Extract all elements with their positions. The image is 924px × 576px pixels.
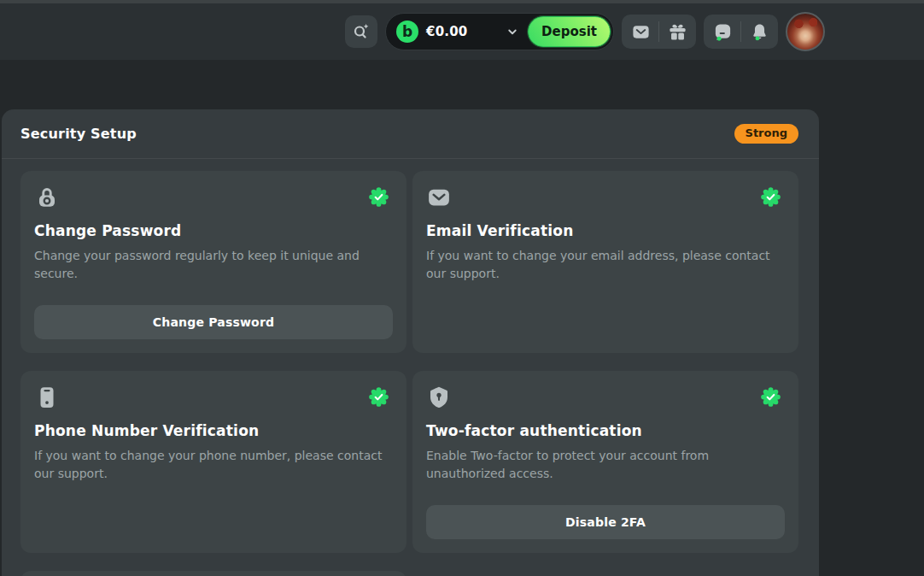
search-button[interactable] [345,15,377,48]
verified-check-icon [761,187,781,207]
group-divider [658,21,659,42]
card-title: Change Password [34,222,393,239]
group-divider [740,21,741,42]
card-two-factor: Two-factor authentication Enable Two-fac… [412,371,798,553]
shield-icon [426,385,452,410]
mail-icon[interactable] [630,21,651,42]
bell-icon[interactable] [749,21,769,42]
card-phone-verification: Phone Number Verification If you want to… [20,371,406,553]
disable-2fa-button[interactable]: Disable 2FA [426,505,785,539]
page-title: Security Setup [20,126,137,142]
search-icon [351,21,371,42]
card-description: If you want to change your email address… [426,247,785,283]
card-title: Two-factor authentication [426,422,785,439]
verified-check-icon [369,387,389,407]
lock-icon [34,185,60,210]
verified-check-icon [761,387,781,407]
chevron-down-icon[interactable] [505,24,520,39]
chat-icon[interactable] [712,21,733,42]
phone-icon [34,385,60,410]
card-description: If you want to change your phone number,… [34,447,393,483]
security-setup-panel: Security Setup Strong [2,109,819,576]
card-title: Email Verification [426,222,785,239]
wallet-balance-pill[interactable]: b €0.00 Deposit [385,13,614,50]
envelope-icon [426,185,452,210]
mail-gift-group [622,15,696,49]
card-change-password: Change Password Change your password reg… [20,171,406,353]
security-strength-badge: Strong [734,124,798,144]
card-description: Enable Two-factor to protect your accoun… [426,447,785,483]
card-email-verification: Email Verification If you want to change… [412,171,798,353]
verified-check-icon [369,187,389,207]
security-cards-grid: Change Password Change your password reg… [2,159,819,576]
deposit-button[interactable]: Deposit [528,16,611,47]
balance-amount: €0.00 [426,24,467,39]
card-description: Change your password regularly to keep i… [34,247,393,283]
panel-header: Security Setup Strong [2,109,819,159]
chat-bell-group [704,15,778,49]
change-password-button[interactable]: Change Password [34,305,393,339]
gift-icon[interactable] [667,21,687,42]
user-avatar[interactable] [786,12,825,51]
card-title: Phone Number Verification [34,422,393,439]
top-navbar: b €0.00 Deposit [0,3,924,60]
card-partial-bottom [20,571,406,576]
currency-coin-icon: b [396,21,418,43]
